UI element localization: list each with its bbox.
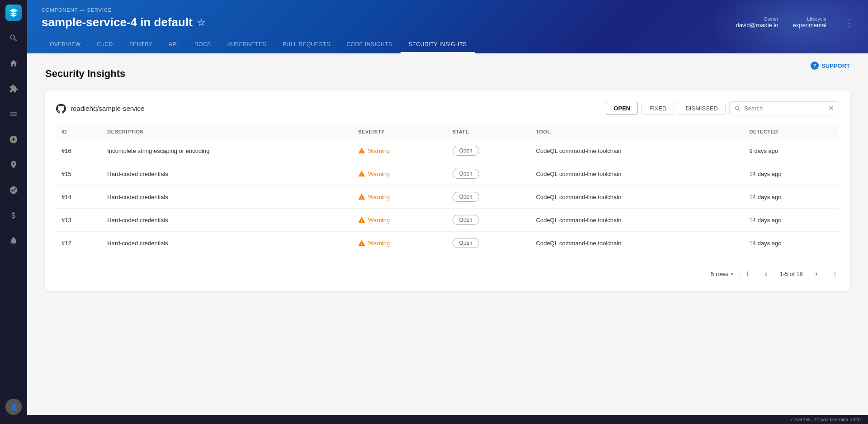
cell-state: Open [447, 162, 531, 186]
cell-tool: CodeQL command-line toolchain [531, 162, 744, 186]
cell-detected: 14 days ago [744, 232, 839, 255]
home-icon[interactable] [5, 55, 22, 71]
cell-state: Open [447, 209, 531, 232]
pagination-separator: | [738, 270, 740, 278]
app-logo[interactable] [5, 5, 22, 21]
dollar-icon[interactable] [5, 207, 22, 224]
cell-id: #13 [56, 209, 102, 232]
warning-triangle-icon [358, 147, 365, 154]
card-header: roadiehq/sample-service OPEN FIXED DISMI… [56, 101, 839, 115]
check-circle-icon[interactable] [5, 182, 22, 198]
table-row[interactable]: #12 Hard-coded credentials Warning Open … [56, 232, 839, 255]
bottom-bar: czwartek, 22 października 2020 [27, 415, 868, 424]
search-input-icon [734, 105, 741, 112]
col-severity: SEVERITY [353, 124, 447, 139]
cell-id: #15 [56, 162, 102, 186]
section-title: Security Insights [45, 68, 125, 80]
last-page-button[interactable]: ⊣ [826, 267, 839, 280]
page-title: sample-service-4 in default ☆ [42, 15, 205, 29]
cell-severity: Warning [353, 139, 447, 162]
table-body: #16 Incomplete string escaping or encodi… [56, 139, 839, 255]
warning-triangle-icon [358, 170, 365, 177]
owner-meta: Owner david@roadie.io [736, 16, 778, 29]
rows-dropdown-icon: ▼ [730, 272, 735, 276]
col-description: DESCRIPTION [102, 124, 353, 139]
warning-triangle-icon [358, 193, 365, 200]
location-icon[interactable] [5, 157, 22, 173]
cell-tool: CodeQL command-line toolchain [531, 232, 744, 255]
col-state: STATE [447, 124, 531, 139]
more-options-icon[interactable]: ⋮ [844, 17, 854, 28]
pagination: 5 rows ▼ | ⊢ ‹ 1-5 of 16 › ⊣ [56, 262, 839, 280]
github-icon [56, 104, 66, 114]
cell-id: #14 [56, 186, 102, 209]
warning-triangle-icon [358, 216, 365, 224]
cell-tool: CodeQL command-line toolchain [531, 139, 744, 162]
tab-security-insights[interactable]: SECURITY INSIGHTS [401, 37, 475, 53]
cell-detected: 9 days ago [744, 139, 839, 162]
filter-open-button[interactable]: OPEN [606, 102, 638, 115]
repo-label: roadiehq/sample-service [56, 104, 144, 114]
cell-tool: CodeQL command-line toolchain [531, 209, 744, 232]
security-table-card: roadiehq/sample-service OPEN FIXED DISMI… [45, 91, 850, 291]
filter-fixed-button[interactable]: FIXED [642, 102, 674, 115]
col-tool: TOOL [531, 124, 744, 139]
search-icon[interactable] [5, 30, 22, 46]
search-clear-icon[interactable]: ✕ [828, 104, 834, 113]
cell-detected: 14 days ago [744, 186, 839, 209]
user-avatar[interactable]: 👤 [5, 399, 22, 415]
cell-id: #12 [56, 232, 102, 255]
puzzle-icon[interactable] [5, 81, 22, 97]
header-meta: Owner david@roadie.io Lifecycle experime… [736, 16, 854, 29]
tab-overview[interactable]: OVERVIEW [42, 37, 89, 53]
cell-description: Incomplete string escaping or encoding [102, 139, 353, 162]
support-link[interactable]: ? SUPPORT [811, 62, 850, 70]
table-header-row: ID DESCRIPTION SEVERITY STATE TOOL DETEC… [56, 124, 839, 139]
tab-docs[interactable]: DOCS [186, 37, 219, 53]
cell-detected: 14 days ago [744, 162, 839, 186]
prev-page-button[interactable]: ‹ [760, 267, 773, 280]
search-input[interactable] [744, 105, 826, 112]
tab-code-insights[interactable]: CODE INSIGHTS [338, 37, 400, 53]
tab-api[interactable]: API [160, 37, 186, 53]
table-row[interactable]: #15 Hard-coded credentials Warning Open … [56, 162, 839, 186]
bell-icon[interactable] [5, 233, 22, 249]
cell-detected: 14 days ago [744, 209, 839, 232]
security-table: ID DESCRIPTION SEVERITY STATE TOOL DETEC… [56, 124, 839, 254]
cell-description: Hard-coded credentials [102, 209, 353, 232]
page-header: COMPONENT — SERVICE sample-service-4 in … [27, 0, 868, 53]
cell-severity: Warning [353, 162, 447, 186]
warning-triangle-icon [358, 239, 365, 247]
table-row[interactable]: #13 Hard-coded credentials Warning Open … [56, 209, 839, 232]
main-content: COMPONENT — SERVICE sample-service-4 in … [27, 0, 868, 424]
filter-row: OPEN FIXED DISMISSED ✕ [606, 101, 839, 115]
col-detected: DETECTED [744, 124, 839, 139]
rows-per-page-select[interactable]: 5 rows ▼ [711, 271, 734, 277]
tab-pull-requests[interactable]: PULL REQUESTS [274, 37, 338, 53]
tab-cicd[interactable]: CI/CD [89, 37, 121, 53]
next-page-button[interactable]: › [810, 267, 823, 280]
cell-id: #16 [56, 139, 102, 162]
tab-kubernetes[interactable]: KUBERNETES [219, 37, 274, 53]
tab-sentry[interactable]: SENTRY [121, 37, 160, 53]
col-id: ID [56, 124, 102, 139]
sidebar: 👤 [0, 0, 27, 424]
page-info: 1-5 of 16 [780, 271, 803, 277]
search-box[interactable]: ✕ [729, 101, 839, 115]
list-icon[interactable] [5, 106, 22, 122]
cell-tool: CodeQL command-line toolchain [531, 186, 744, 209]
breadcrumb: COMPONENT — SERVICE [42, 7, 854, 13]
favorite-icon[interactable]: ☆ [197, 17, 205, 28]
filter-dismissed-button[interactable]: DISMISSED [678, 102, 726, 115]
page-title-row: Security Insights ? SUPPORT [45, 68, 850, 80]
cell-state: Open [447, 186, 531, 209]
content-area: Security Insights ? SUPPORT roadiehq/sam… [27, 53, 868, 415]
support-icon: ? [811, 62, 819, 70]
cell-description: Hard-coded credentials [102, 232, 353, 255]
table-row[interactable]: #14 Hard-coded credentials Warning Open … [56, 186, 839, 209]
lifecycle-meta: Lifecycle experimental [793, 16, 826, 29]
table-row[interactable]: #16 Incomplete string escaping or encodi… [56, 139, 839, 162]
first-page-button[interactable]: ⊢ [744, 267, 756, 280]
add-circle-icon[interactable] [5, 131, 22, 148]
nav-tabs: OVERVIEW CI/CD SENTRY API DOCS KUBERNETE… [42, 37, 854, 53]
